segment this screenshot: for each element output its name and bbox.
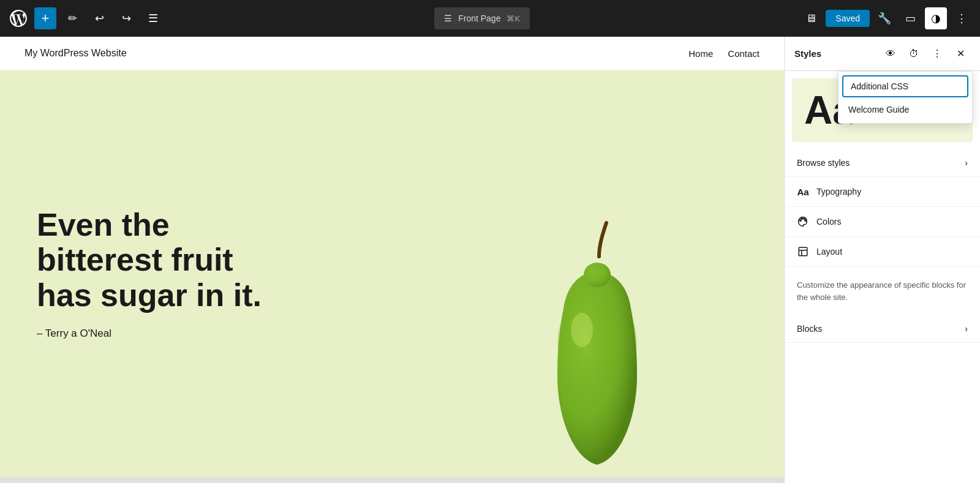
browse-styles-label: Browse styles [797, 158, 965, 168]
hero-heading: Even the bitterest fruit has sugar in it… [37, 208, 282, 313]
svg-point-1 [571, 313, 593, 347]
panel-title: Styles [794, 48, 877, 59]
canvas-area: My WordPress Website Home Contact Even t… [0, 37, 784, 483]
chevron-right-icon: › [965, 158, 968, 168]
wrench-icon: 🔧 [878, 12, 891, 25]
nav-contact[interactable]: Contact [728, 48, 760, 59]
wp-logo[interactable] [7, 7, 29, 29]
tools-settings-button[interactable]: 🔧 [873, 7, 895, 29]
hero-section: Even the bitterest fruit has sugar in it… [0, 70, 784, 477]
undo-icon: ↩ [95, 12, 104, 25]
page-title-text: Front Page [458, 13, 500, 23]
editor-button[interactable]: ▭ [899, 7, 921, 29]
blocks-label: Blocks [797, 324, 965, 334]
customize-description: Customize the appearance of specific blo… [785, 267, 980, 315]
styles-eye-button[interactable]: 👁 [881, 44, 900, 64]
plus-icon: + [42, 10, 50, 26]
colors-item[interactable]: Colors [785, 207, 980, 237]
close-icon: ✕ [957, 48, 965, 59]
view-button[interactable]: 🖥 [800, 7, 822, 29]
toolbar: + ✏ ↩ ↪ ☰ ☰ Front Page ⌘K 🖥 Saved 🔧 ▭ ◑ [0, 0, 980, 37]
layout-label: Layout [816, 247, 968, 256]
typography-icon: Aa [797, 185, 809, 198]
panel-close-button[interactable]: ✕ [951, 44, 970, 64]
dropdown-item-css[interactable]: Additional CSS [842, 75, 968, 97]
page-title-area: ☰ Front Page ⌘K [169, 7, 795, 29]
dropdown-menu: Additional CSS Welcome Guide [838, 71, 973, 124]
nav-home[interactable]: Home [688, 48, 713, 59]
list-view-button[interactable]: ☰ [142, 7, 164, 29]
blocks-chevron-icon: › [965, 324, 968, 334]
more-vertical-icon: ⋮ [932, 48, 942, 59]
blocks-row[interactable]: Blocks › [785, 315, 980, 343]
ellipsis-icon: ⋮ [956, 12, 967, 25]
redo-icon: ↪ [122, 12, 131, 25]
panel-content: Browse styles › Aa Typography Colors [785, 149, 980, 483]
layout-icon [797, 245, 809, 258]
history-icon: ⏱ [909, 48, 919, 59]
styles-more-button[interactable]: ⋮ [927, 44, 947, 64]
svg-point-3 [584, 263, 611, 287]
site-header: My WordPress Website Home Contact [0, 37, 784, 70]
eye-icon: 👁 [886, 48, 895, 59]
colors-icon [797, 215, 809, 228]
dropdown-item-guide[interactable]: Welcome Guide [839, 99, 972, 121]
save-button[interactable]: Saved [826, 10, 870, 27]
list-icon: ☰ [148, 12, 158, 25]
toolbar-right: 🖥 Saved 🔧 ▭ ◑ ⋮ [800, 7, 973, 29]
main-layout: My WordPress Website Home Contact Even t… [0, 37, 980, 483]
typography-label: Typography [816, 187, 968, 197]
wp-icon [10, 10, 27, 27]
contrast-icon: ◑ [931, 12, 941, 25]
keyboard-shortcut: ⌘K [507, 14, 520, 23]
contrast-button[interactable]: ◑ [925, 7, 947, 29]
tools-button[interactable]: ✏ [61, 7, 83, 29]
pear-illustration [508, 220, 680, 477]
styles-history-button[interactable]: ⏱ [904, 44, 924, 64]
panel-header: Styles 👁 ⏱ ⋮ ✕ [785, 37, 980, 71]
sidebar-icon: ▭ [905, 12, 916, 25]
document-icon: ☰ [444, 13, 452, 23]
svg-rect-4 [799, 247, 807, 256]
styles-panel: Styles 👁 ⏱ ⋮ ✕ Additional CSS Welcome Gu… [784, 37, 980, 483]
site-title: My WordPress Website [24, 48, 127, 59]
hero-text: Even the bitterest fruit has sugar in it… [0, 171, 318, 376]
typography-item[interactable]: Aa Typography [785, 177, 980, 207]
more-menu-button[interactable]: ⋮ [951, 7, 973, 29]
browse-styles-row[interactable]: Browse styles › [785, 149, 980, 177]
layout-item[interactable]: Layout [785, 237, 980, 267]
desktop-icon: 🖥 [805, 12, 816, 25]
hero-image [466, 159, 723, 477]
hero-attribution: – Terry a O'Neal [37, 328, 282, 340]
pencil-icon: ✏ [68, 12, 77, 25]
site-nav: Home Contact [688, 48, 760, 59]
page-title-button[interactable]: ☰ Front Page ⌘K [434, 7, 530, 29]
undo-button[interactable]: ↩ [88, 7, 110, 29]
colors-label: Colors [816, 217, 968, 227]
redo-button[interactable]: ↪ [115, 7, 137, 29]
add-block-button[interactable]: + [34, 7, 56, 29]
